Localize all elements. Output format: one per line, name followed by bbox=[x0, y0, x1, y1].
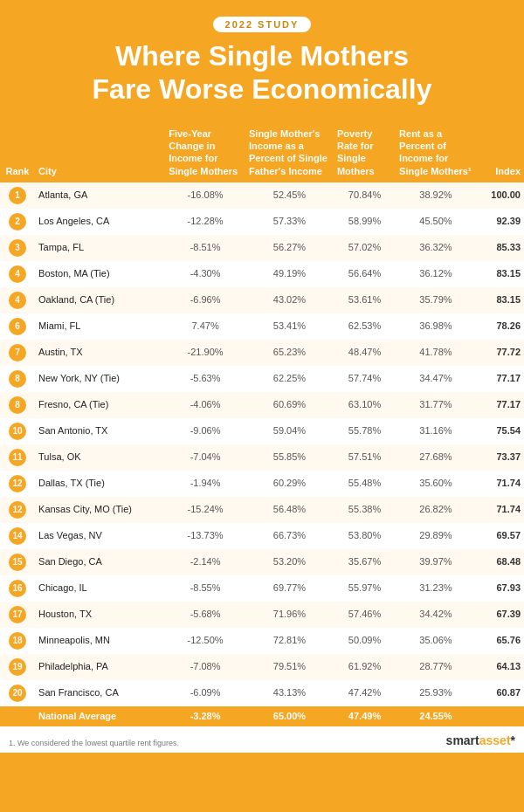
rent-cell: 27.68% bbox=[396, 444, 476, 471]
city-cell: San Diego, CA bbox=[35, 549, 165, 575]
index-cell: 78.26 bbox=[476, 313, 524, 340]
avg-income-cell: 65.00% bbox=[245, 706, 334, 726]
rank-cell: 12 bbox=[0, 471, 35, 497]
poverty-header: Poverty Rate for Single Mothers bbox=[334, 122, 396, 182]
index-cell: 71.74 bbox=[476, 471, 524, 497]
rank-badge: 3 bbox=[9, 239, 26, 257]
avg-city-cell: National Average bbox=[35, 706, 165, 726]
poverty-cell: 35.67% bbox=[334, 549, 396, 575]
rank-badge: 15 bbox=[9, 554, 26, 571]
city-cell: Minneapolis, MN bbox=[35, 628, 165, 654]
avg-poverty-cell: 47.49% bbox=[334, 706, 396, 726]
income-header: Single Mother's Income as a Percent of S… bbox=[245, 122, 334, 182]
table-row: 4 Oakland, CA (Tie) -6.96% 43.02% 53.61%… bbox=[0, 287, 524, 313]
change-cell: -5.63% bbox=[165, 366, 245, 392]
income-pct-cell: 65.23% bbox=[245, 340, 334, 366]
income-pct-cell: 49.19% bbox=[245, 261, 334, 287]
table-row: 4 Boston, MA (Tie) -4.30% 49.19% 56.64% … bbox=[0, 261, 524, 287]
city-cell: Fresno, CA (Tie) bbox=[35, 392, 165, 418]
rent-cell: 31.77% bbox=[396, 392, 476, 418]
change-header: Five-Year Change in Income for Single Mo… bbox=[165, 122, 245, 182]
rent-cell: 26.82% bbox=[396, 497, 476, 523]
city-cell: Atlanta, GA bbox=[35, 182, 165, 209]
rank-cell: 10 bbox=[0, 418, 35, 444]
rank-badge: 2 bbox=[9, 213, 26, 231]
national-average-row: National Average -3.28% 65.00% 47.49% 24… bbox=[0, 706, 524, 726]
income-pct-cell: 52.45% bbox=[245, 182, 334, 209]
table-row: 10 San Antonio, TX -9.06% 59.04% 55.78% … bbox=[0, 418, 524, 444]
table-row: 18 Minneapolis, MN -12.50% 72.81% 50.09%… bbox=[0, 628, 524, 654]
city-cell: Miami, FL bbox=[35, 313, 165, 340]
rank-badge: 20 bbox=[9, 685, 26, 702]
rank-badge: 4 bbox=[9, 292, 26, 309]
change-cell: -16.08% bbox=[165, 182, 245, 209]
poverty-cell: 48.47% bbox=[334, 340, 396, 366]
income-pct-cell: 60.69% bbox=[245, 392, 334, 418]
rent-cell: 38.92% bbox=[396, 182, 476, 209]
table-row: 2 Los Angeles, CA -12.28% 57.33% 58.99% … bbox=[0, 209, 524, 235]
rent-cell: 36.12% bbox=[396, 261, 476, 287]
poverty-cell: 57.74% bbox=[334, 366, 396, 392]
income-pct-cell: 71.96% bbox=[245, 602, 334, 628]
rent-cell: 34.42% bbox=[396, 602, 476, 628]
rank-cell: 17 bbox=[0, 602, 35, 628]
index-cell: 68.48 bbox=[476, 549, 524, 575]
table-row: 3 Tampa, FL -8.51% 56.27% 57.02% 36.32% … bbox=[0, 235, 524, 261]
poverty-cell: 55.78% bbox=[334, 418, 396, 444]
table-row: 6 Miami, FL 7.47% 53.41% 62.53% 36.98% 7… bbox=[0, 313, 524, 340]
income-pct-cell: 57.33% bbox=[245, 209, 334, 235]
rent-cell: 35.60% bbox=[396, 471, 476, 497]
rank-badge: 12 bbox=[9, 501, 26, 519]
table-row: 11 Tulsa, OK -7.04% 55.85% 57.51% 27.68%… bbox=[0, 444, 524, 471]
rent-cell: 36.32% bbox=[396, 235, 476, 261]
rank-cell: 4 bbox=[0, 261, 35, 287]
rank-cell: 2 bbox=[0, 209, 35, 235]
poverty-cell: 61.92% bbox=[334, 654, 396, 680]
rank-cell: 8 bbox=[0, 366, 35, 392]
index-cell: 65.76 bbox=[476, 628, 524, 654]
index-cell: 92.39 bbox=[476, 209, 524, 235]
rent-cell: 45.50% bbox=[396, 209, 476, 235]
avg-change-cell: -3.28% bbox=[165, 706, 245, 726]
avg-index-cell bbox=[476, 706, 524, 726]
avg-rent-cell: 24.55% bbox=[396, 706, 476, 726]
income-pct-cell: 43.13% bbox=[245, 680, 334, 706]
table-row: 12 Kansas City, MO (Tie) -15.24% 56.48% … bbox=[0, 497, 524, 523]
header: 2022 STUDY Where Single Mothers Fare Wor… bbox=[0, 0, 524, 122]
rank-cell: 1 bbox=[0, 182, 35, 209]
table-row: 20 San Francisco, CA -6.09% 43.13% 47.42… bbox=[0, 680, 524, 706]
city-cell: Las Vegas, NV bbox=[35, 523, 165, 549]
data-table: Rank City Five-Year Change in Income for… bbox=[0, 122, 524, 726]
poverty-cell: 70.84% bbox=[334, 182, 396, 209]
income-pct-cell: 53.41% bbox=[245, 313, 334, 340]
table-container: Rank City Five-Year Change in Income for… bbox=[0, 122, 524, 726]
city-cell: Tulsa, OK bbox=[35, 444, 165, 471]
city-cell: Tampa, FL bbox=[35, 235, 165, 261]
rank-badge: 19 bbox=[9, 658, 26, 676]
rent-cell: 36.98% bbox=[396, 313, 476, 340]
change-cell: -7.04% bbox=[165, 444, 245, 471]
table-row: 14 Las Vegas, NV -13.73% 66.73% 53.80% 2… bbox=[0, 523, 524, 549]
change-cell: -5.68% bbox=[165, 602, 245, 628]
change-cell: -8.51% bbox=[165, 235, 245, 261]
rank-cell: 18 bbox=[0, 628, 35, 654]
income-pct-cell: 56.48% bbox=[245, 497, 334, 523]
rank-badge: 12 bbox=[9, 475, 26, 492]
rent-cell: 28.77% bbox=[396, 654, 476, 680]
rent-cell: 25.93% bbox=[396, 680, 476, 706]
rank-badge: 17 bbox=[9, 606, 26, 623]
city-cell: San Francisco, CA bbox=[35, 680, 165, 706]
index-cell: 77.72 bbox=[476, 340, 524, 366]
rank-badge: 18 bbox=[9, 632, 26, 650]
city-cell: Dallas, TX (Tie) bbox=[35, 471, 165, 497]
change-cell: -4.30% bbox=[165, 261, 245, 287]
rent-cell: 35.06% bbox=[396, 628, 476, 654]
income-pct-cell: 53.20% bbox=[245, 549, 334, 575]
index-cell: 85.33 bbox=[476, 235, 524, 261]
poverty-cell: 57.51% bbox=[334, 444, 396, 471]
rank-cell: 3 bbox=[0, 235, 35, 261]
table-row: 8 New York, NY (Tie) -5.63% 62.25% 57.74… bbox=[0, 366, 524, 392]
table-row: 1 Atlanta, GA -16.08% 52.45% 70.84% 38.9… bbox=[0, 182, 524, 209]
rent-cell: 31.23% bbox=[396, 575, 476, 602]
poverty-cell: 55.48% bbox=[334, 471, 396, 497]
